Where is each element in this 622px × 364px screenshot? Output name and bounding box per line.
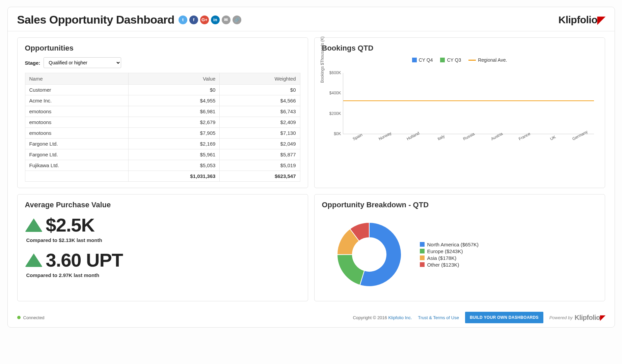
y-tick: $0K	[324, 131, 341, 136]
company-link[interactable]: Klipfolio Inc.	[388, 315, 412, 320]
legend-item: Asia ($178K)	[420, 255, 479, 261]
y-axis-label: Bookings $Thousands (K)	[320, 36, 325, 83]
linkedin-icon[interactable]: in	[211, 16, 220, 24]
y-tick: $600K	[324, 70, 341, 75]
apv-title: Average Purchase Value	[25, 201, 300, 209]
breakdown-title: Opportunity Breakdown - QTD	[322, 201, 597, 209]
table-row: Fargone Ltd.$2,169$2,049	[25, 139, 300, 149]
twitter-icon[interactable]: t	[179, 16, 187, 24]
bookings-chart: Bookings $Thousands (K) $0K$200K$400K$60…	[322, 64, 597, 148]
brand-logo: Klipfolio◤	[559, 14, 605, 26]
apv-panel: Average Purchase Value $2.5K Compared to…	[17, 194, 308, 301]
legend-swatch	[420, 255, 425, 260]
terms-link[interactable]: Trust & Terms of Use	[418, 315, 459, 320]
y-tick: $200K	[324, 111, 341, 116]
bookings-legend: CY Q4 CY Q3 Regional Ave.	[322, 57, 597, 63]
table-row: Acme Inc.$4,955$4,566	[25, 95, 300, 106]
upt-value: 3.60 UPT	[46, 249, 123, 271]
googleplus-icon[interactable]: G+	[200, 16, 209, 24]
table-row: Fargone Ltd.$5,961$5,877	[25, 149, 300, 160]
share-icons: tfG+in✉🔗	[179, 16, 241, 24]
facebook-icon[interactable]: f	[189, 16, 198, 24]
x-tick: Russia	[462, 131, 476, 142]
donut-legend: North America ($657K)Europe ($243K)Asia …	[420, 241, 479, 269]
legend-swatch	[420, 249, 425, 253]
bookings-title: Bookings QTD	[322, 44, 597, 53]
opportunities-panel: Opportunities Stage: Qualified or higher…	[17, 37, 308, 188]
legend-item: Other ($123K)	[420, 262, 479, 268]
legend-item: Europe ($243K)	[420, 248, 479, 254]
x-tick: Austria	[490, 131, 504, 141]
apv-value: $2.5K	[46, 214, 94, 236]
connection-status: Connected	[17, 315, 45, 320]
legend-swatch-line	[468, 60, 476, 61]
dashboard-frame: Sales Opportunity Dashboard tfG+in✉🔗 Kli…	[7, 7, 615, 328]
table-row: emotoons$7,905$7,130	[25, 128, 300, 139]
legend-swatch-q4	[412, 58, 417, 62]
opportunities-table: Name Value Weighted Customer$0$0Acme Inc…	[25, 73, 300, 182]
footer-logo: Klipfolio◤	[575, 313, 605, 322]
footer: Connected Copyright © 2016 Klipfolio Inc…	[8, 307, 615, 327]
donut-chart	[332, 217, 406, 292]
legend-swatch	[420, 242, 425, 247]
trend-up-icon	[25, 218, 43, 232]
x-tick: Germany	[571, 129, 588, 142]
email-icon[interactable]: ✉	[222, 16, 231, 24]
legend-swatch-q3	[440, 58, 445, 62]
x-tick: France	[518, 131, 531, 141]
page-title: Sales Opportunity Dashboard	[17, 13, 174, 26]
legend-swatch	[420, 262, 425, 267]
table-row: emotoons$2,679$2,409	[25, 117, 300, 128]
x-tick: Italy	[437, 134, 445, 142]
stage-label: Stage:	[25, 60, 40, 66]
cta-button[interactable]: BUILD YOUR OWN DASHBOARDS	[465, 312, 543, 323]
x-tick: Spain	[352, 132, 363, 142]
y-tick: $400K	[324, 91, 341, 95]
bookings-panel: Bookings QTD CY Q4 CY Q3 Regional Ave. B…	[314, 37, 605, 188]
stage-select[interactable]: Qualified or higher	[44, 57, 121, 68]
x-tick: Holland	[406, 131, 421, 141]
link-icon[interactable]: 🔗	[233, 16, 241, 24]
legend-item: North America ($657K)	[420, 242, 479, 247]
table-row: Customer$0$0	[25, 85, 300, 95]
col-name: Name	[25, 73, 128, 85]
x-tick: UK	[549, 134, 556, 141]
breakdown-panel: Opportunity Breakdown - QTD North Americ…	[314, 194, 605, 301]
panel-grid: Opportunities Stage: Qualified or higher…	[8, 31, 615, 307]
x-tick: Norway	[378, 131, 392, 141]
donut-slice	[337, 254, 364, 285]
opportunities-title: Opportunities	[25, 44, 300, 53]
status-dot-icon	[17, 316, 21, 319]
upt-compare: Compared to 2.97K last month	[26, 272, 300, 278]
trend-up-icon	[25, 253, 43, 267]
table-total-row: $1,031,363$623,547	[25, 171, 300, 182]
table-row: emotoons$6,981$6,743	[25, 106, 300, 117]
col-value: Value	[128, 73, 219, 85]
apv-compare: Compared to $2.13K last month	[26, 237, 300, 243]
top-bar: Sales Opportunity Dashboard tfG+in✉🔗 Kli…	[8, 7, 615, 31]
col-weighted: Weighted	[220, 73, 300, 85]
table-row: Fujikawa Ltd.$5,053$5,019	[25, 160, 300, 171]
